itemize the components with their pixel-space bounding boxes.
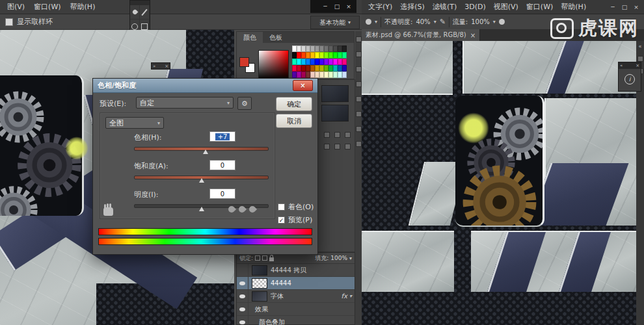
swatch[interactable] xyxy=(306,65,310,72)
panel-icon[interactable] xyxy=(356,141,362,147)
panel-icon[interactable] xyxy=(356,66,362,72)
swatch[interactable] xyxy=(297,65,301,72)
layer-row[interactable]: 44444 拷贝 xyxy=(237,264,355,277)
swatch[interactable] xyxy=(342,46,347,52)
menu-item-filter[interactable]: 滤镜(T) xyxy=(429,1,461,13)
brush-preview-icon[interactable] xyxy=(366,19,371,25)
close-icon[interactable]: × xyxy=(343,2,354,11)
swatch[interactable] xyxy=(329,65,333,72)
airbrush-icon[interactable] xyxy=(499,19,505,25)
preview-checkbox[interactable]: ✓ xyxy=(278,216,285,224)
swatch[interactable] xyxy=(342,58,347,65)
swatch[interactable] xyxy=(297,46,301,52)
pen-pressure-icon[interactable]: ✎ xyxy=(440,18,446,26)
chevron-down-icon[interactable]: ▾ xyxy=(493,19,496,25)
close-icon[interactable]: × xyxy=(631,3,641,12)
swatch[interactable] xyxy=(310,58,315,65)
swatch[interactable] xyxy=(301,58,306,65)
swatch[interactable] xyxy=(342,52,347,58)
restore-icon[interactable]: □ xyxy=(332,2,342,11)
opacity-value[interactable]: 40% xyxy=(416,18,430,25)
swatch[interactable] xyxy=(310,72,315,78)
swatch[interactable] xyxy=(297,52,301,58)
swatch[interactable] xyxy=(329,52,333,58)
slider-handle-icon[interactable] xyxy=(199,178,204,183)
adjustment-icon[interactable] xyxy=(334,144,340,150)
layer-thumbnail[interactable] xyxy=(252,265,267,276)
dialog-titlebar[interactable]: 色相/饱和度 × xyxy=(93,79,317,93)
swatch[interactable] xyxy=(333,52,338,58)
lightness-input[interactable]: 0 xyxy=(209,188,235,199)
swatch[interactable] xyxy=(301,46,306,52)
foreground-background-swatch[interactable] xyxy=(239,57,255,73)
layer-row[interactable]: 字体 fx ▾ xyxy=(237,290,355,303)
swatch[interactable] xyxy=(338,52,342,58)
panel-header[interactable]: « × xyxy=(619,62,641,69)
swatch[interactable] xyxy=(324,52,329,58)
panel-icon[interactable] xyxy=(637,56,643,62)
menu-item-view[interactable]: 视图(V) xyxy=(490,1,522,13)
swatch[interactable] xyxy=(333,72,338,78)
tab-color[interactable]: 颜色 xyxy=(237,32,263,43)
swatch[interactable] xyxy=(315,46,319,52)
swatch[interactable] xyxy=(319,46,324,52)
adjustment-icon[interactable] xyxy=(334,132,340,138)
swatch[interactable] xyxy=(333,65,338,72)
panel-grip[interactable] xyxy=(130,1,150,5)
collapse-icon[interactable]: « xyxy=(639,44,642,49)
layer-thumbnail[interactable] xyxy=(252,291,267,302)
channel-select[interactable]: 全图 ▾ xyxy=(105,117,164,129)
visibility-toggle[interactable] xyxy=(237,316,248,325)
lock-transparency-icon[interactable] xyxy=(255,255,260,261)
preset-select[interactable]: 自定 ▾ xyxy=(136,97,234,109)
swatch[interactable] xyxy=(301,65,306,72)
workspace-switcher[interactable]: 基本功能 ▾ xyxy=(310,16,360,29)
menu-item-window[interactable]: 窗口(W) xyxy=(29,1,65,13)
swatch[interactable] xyxy=(319,58,324,65)
swatch[interactable] xyxy=(297,72,301,78)
adjustment-icon[interactable] xyxy=(324,144,330,150)
eyedropper-icon[interactable] xyxy=(227,205,236,214)
cancel-button[interactable]: 取消 xyxy=(276,114,312,128)
swatch[interactable] xyxy=(338,46,342,52)
panel-icon[interactable] xyxy=(356,36,362,42)
swatch[interactable] xyxy=(292,72,297,78)
adjustment-icon[interactable] xyxy=(345,132,351,138)
colorize-option[interactable]: 着色(O) xyxy=(278,202,314,212)
swatch[interactable] xyxy=(306,72,310,78)
menu-item-help[interactable]: 帮助(H) xyxy=(557,1,590,13)
swatch[interactable] xyxy=(342,65,347,72)
saturation-input[interactable]: 0 xyxy=(209,160,235,170)
visibility-toggle[interactable] xyxy=(237,290,248,302)
close-icon[interactable]: × xyxy=(636,63,639,68)
swatch[interactable] xyxy=(292,52,297,58)
swatch[interactable] xyxy=(324,46,329,52)
swatch[interactable] xyxy=(324,65,329,72)
lock-all-icon[interactable] xyxy=(269,257,274,261)
adjustment-icon[interactable] xyxy=(345,144,351,150)
visibility-toggle[interactable] xyxy=(237,264,248,276)
close-icon[interactable]: × xyxy=(165,64,168,69)
preset-options-button[interactable]: ⚙ xyxy=(237,97,252,110)
restore-icon[interactable]: □ xyxy=(619,3,630,12)
panel-icon[interactable] xyxy=(356,96,362,102)
layer-thumbnail[interactable] xyxy=(252,278,267,289)
eyedropper-tool-button[interactable] xyxy=(130,5,140,20)
swatch[interactable] xyxy=(324,72,329,78)
swatch[interactable] xyxy=(333,46,338,52)
fx-badge[interactable]: fx xyxy=(342,292,347,300)
swatch[interactable] xyxy=(292,58,297,65)
minimize-icon[interactable]: ─ xyxy=(608,3,618,12)
swatch[interactable] xyxy=(324,58,329,65)
close-icon[interactable]: × xyxy=(470,32,476,39)
swatch[interactable] xyxy=(338,65,342,72)
swatch[interactable] xyxy=(301,72,306,78)
swatch[interactable] xyxy=(338,72,342,78)
adjustment-icon[interactable] xyxy=(324,132,330,138)
swatch[interactable] xyxy=(292,46,297,52)
swatch[interactable] xyxy=(329,46,333,52)
swatch[interactable] xyxy=(329,58,333,65)
adjustment-thumbnail[interactable] xyxy=(321,105,349,122)
swatch[interactable] xyxy=(319,65,324,72)
swatch[interactable] xyxy=(342,72,347,78)
